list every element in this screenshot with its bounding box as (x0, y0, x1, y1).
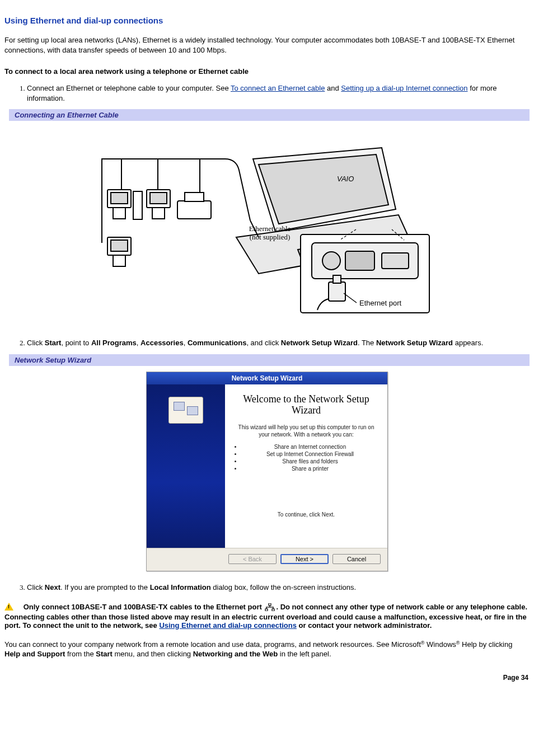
step-2: Click Start, point to All Programs, Acce… (27, 338, 530, 348)
t: dialog box, follow the on-screen instruc… (211, 583, 356, 591)
kw-local-information: Local Information (150, 583, 211, 591)
wizard-bullets: Share an Internet connection Set up Inte… (234, 444, 378, 472)
closing-paragraph: You can connect to your company network … (4, 640, 530, 659)
svg-rect-11 (113, 255, 125, 266)
wizard-description: This wizard will help you set up this co… (234, 424, 378, 438)
svg-rect-3 (133, 191, 142, 219)
step1-text-mid: and (325, 84, 341, 92)
t: Help by clicking (460, 640, 512, 649)
t: , and click (246, 339, 280, 347)
t: , (137, 339, 140, 347)
svg-rect-17 (329, 282, 345, 301)
figure-network-setup-wizard: Network Setup Wizard Welcome to the Netw… (4, 372, 530, 571)
t: , point to (61, 339, 91, 347)
ethernet-port-label: Ethernet port (359, 299, 402, 307)
t: menu, and then clicking (113, 650, 193, 658)
t: , (184, 339, 188, 347)
svg-rect-16 (382, 253, 409, 269)
svg-point-14 (322, 252, 340, 270)
wizard-heading: Welcome to the Network Setup Wizard (234, 393, 378, 416)
t: in the left panel. (278, 650, 331, 658)
link-setting-up-dialup[interactable]: Setting up a dial-up Internet connection (341, 84, 467, 92)
network-port-icon (265, 603, 275, 613)
cancel-button[interactable]: Cancel (332, 554, 381, 564)
kw-start: Start (45, 339, 62, 347)
t: Click (27, 583, 45, 591)
kw-accessories: Accessories (140, 339, 184, 347)
warning-block: Only connect 10BASE-T and 100BASE-TX cab… (4, 603, 530, 630)
link-connect-ethernet-cable[interactable]: To connect an Ethernet cable (231, 84, 325, 92)
page-title: Using Ethernet and dial-up connections (4, 16, 530, 25)
kw-start-2: Start (96, 650, 113, 658)
svg-rect-10 (111, 240, 128, 251)
back-button[interactable]: < Back (228, 554, 277, 564)
svg-rect-15 (345, 251, 374, 270)
wizard-button-bar: < Back Next > Cancel (147, 548, 387, 571)
t: You can connect to your company network … (4, 640, 421, 649)
svg-rect-7 (177, 201, 211, 219)
wizard-bullet: Set up Internet Connection Firewall (242, 451, 378, 457)
wizard-titlebar: Network Setup Wizard (147, 372, 387, 384)
kw-network-setup-wizard-2: Network Setup Wizard (376, 339, 453, 347)
wizard-computers-icon (168, 397, 203, 424)
t: . If you are prompted to the (60, 583, 150, 591)
svg-rect-8 (185, 192, 204, 201)
figure-ethernet-cable: VAIO Ethernet cable (not supplied) (4, 125, 530, 327)
svg-rect-2 (113, 208, 125, 219)
t: appears. (453, 339, 483, 347)
svg-rect-1 (111, 192, 128, 204)
t: . The (358, 339, 376, 347)
page-number: Page 34 (4, 674, 530, 682)
wizard-bullet: Share files and folders (242, 458, 378, 464)
caption-network-setup-wizard: Network Setup Wizard (4, 354, 530, 366)
step1-text-pre: Connect an Ethernet or telephone cable t… (27, 84, 231, 92)
kw-help-and-support: Help and Support (4, 650, 65, 658)
kw-next: Next (45, 583, 60, 591)
kw-networking-and-the-web: Networking and the Web (193, 650, 278, 658)
warning-text-a: Only connect 10BASE-T and 100BASE-TX cab… (24, 603, 264, 611)
wizard-bullet: Share an Internet connection (242, 444, 378, 450)
wizard-continue-text: To continue, click Next. (234, 511, 378, 519)
kw-network-setup-wizard: Network Setup Wizard (281, 339, 358, 347)
t: Click (27, 339, 45, 347)
laptop-brand-label: VAIO (337, 175, 354, 183)
step-1: Connect an Ethernet or telephone cable t… (27, 83, 530, 104)
warning-text-c: or contact your network administrator. (297, 621, 432, 630)
ethernet-cable-label: Ethernet cable (not supplied) (245, 225, 295, 242)
kw-all-programs: All Programs (91, 339, 137, 347)
kw-communications: Communications (188, 339, 246, 347)
procedure-heading: To connect to a local area network using… (4, 67, 530, 76)
svg-rect-6 (152, 208, 165, 219)
svg-rect-25 (265, 609, 268, 611)
svg-rect-26 (272, 609, 274, 611)
t: from the (65, 650, 96, 658)
warning-icon (4, 603, 13, 611)
caption-connecting-ethernet-cable: Connecting an Ethernet Cable (4, 109, 530, 121)
step-3: Click Next. If you are prompted to the L… (27, 583, 530, 593)
next-button[interactable]: Next > (280, 554, 329, 564)
svg-rect-18 (333, 275, 341, 283)
link-using-ethernet-dialup[interactable]: Using Ethernet and dial-up connections (159, 621, 297, 630)
t: Windows (424, 640, 456, 649)
intro-paragraph: For setting up local area networks (LANs… (4, 35, 530, 55)
svg-rect-20 (269, 603, 271, 605)
wizard-bullet: Share a printer (242, 466, 378, 472)
svg-rect-5 (150, 192, 167, 204)
wizard-side-graphic (147, 384, 225, 548)
